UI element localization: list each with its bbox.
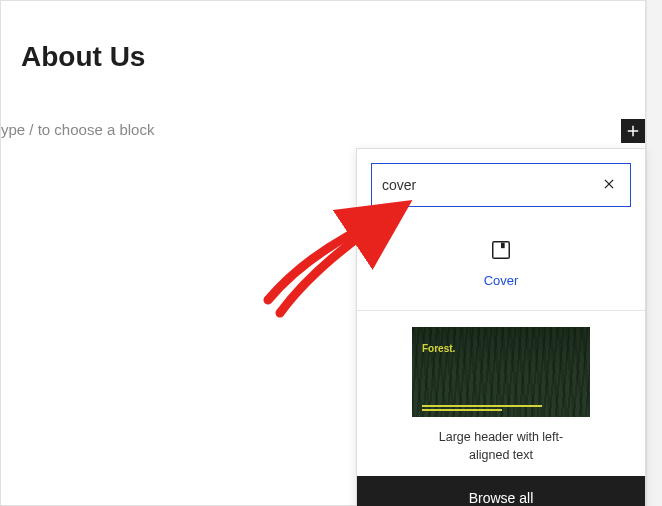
- pattern-result[interactable]: Forest. Large header with left-aligned t…: [357, 311, 645, 476]
- block-placeholder-row: ype / to choose a block: [1, 121, 645, 138]
- browse-all-button[interactable]: Browse all: [357, 476, 645, 506]
- block-placeholder-text[interactable]: ype / to choose a block: [1, 121, 154, 138]
- add-block-button[interactable]: [621, 119, 645, 143]
- search-box: [371, 163, 631, 207]
- block-inserter-popover: Cover Forest. Large header with left-ali…: [356, 148, 646, 506]
- search-input[interactable]: [382, 177, 598, 193]
- block-result-cover[interactable]: Cover: [357, 221, 645, 311]
- search-container: [357, 149, 645, 221]
- plus-icon: [624, 122, 642, 140]
- pattern-label: Large header with left-aligned text: [421, 429, 581, 464]
- pattern-thumb-line: [422, 405, 542, 407]
- pattern-thumbnail: Forest.: [412, 327, 590, 417]
- page-title[interactable]: About Us: [1, 41, 645, 73]
- scrollbar-gutter: [646, 0, 662, 506]
- pattern-thumb-line2: [422, 409, 502, 411]
- cover-block-icon: [490, 239, 512, 261]
- pattern-thumb-title: Forest.: [422, 343, 455, 354]
- block-result-label: Cover: [357, 273, 645, 288]
- clear-search-icon[interactable]: [598, 175, 620, 196]
- svg-rect-5: [501, 243, 505, 249]
